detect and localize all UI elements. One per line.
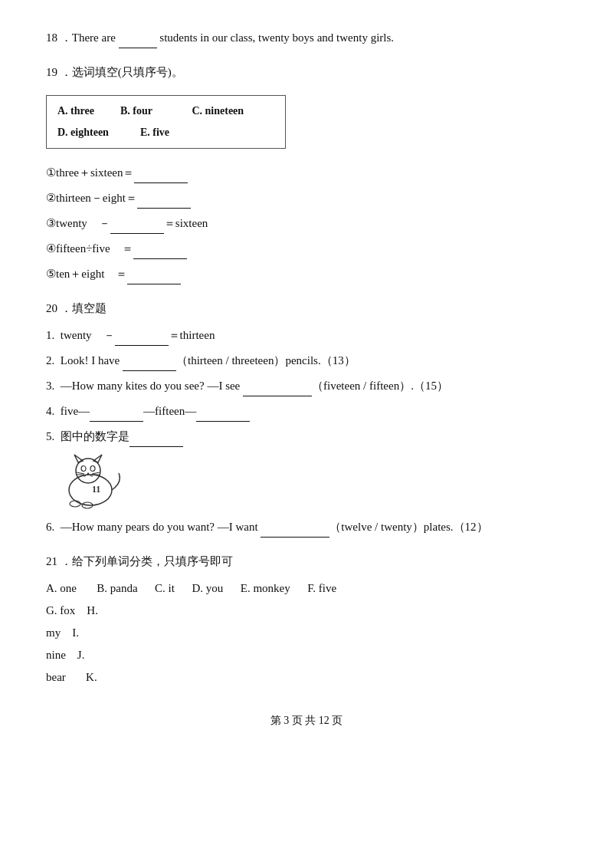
- q21-row2: G. fox H.: [46, 600, 567, 621]
- q20-title: 20 ．填空题: [46, 298, 567, 319]
- q20-item6: 6. —How many pears do you want? —I want …: [46, 517, 567, 538]
- q19-blank5: [127, 271, 181, 284]
- svg-point-5: [90, 466, 95, 472]
- wordbox-b: B. four: [120, 105, 152, 117]
- wordbox-row1: A. three B. four C. nineteen: [57, 100, 259, 122]
- question-18: 18 ．There are students in our class, twe…: [46, 28, 567, 48]
- footer-text: 第 3 页 共 12 页: [270, 715, 343, 726]
- wordbox-c: C. nineteen: [192, 105, 244, 117]
- q19-item2: ②thirteen－eight＝: [46, 188, 567, 209]
- wordbox-d: D. eighteen: [57, 127, 109, 138]
- svg-point-11: [70, 501, 80, 507]
- q18-text: 18 ．There are students in our class, twe…: [46, 28, 567, 48]
- q20-blank2: [123, 357, 176, 371]
- question-19: 19 ．选词填空(只填序号)。 A. three B. four C. nine…: [46, 62, 567, 284]
- q20-blank4: [90, 408, 143, 422]
- question-21: 21 ．给下列单词分类，只填序号即可 A. one B. panda C. it…: [46, 551, 567, 688]
- q19-blank4: [133, 245, 187, 259]
- q19-item3: ③twenty －＝sixteen: [46, 213, 567, 234]
- q21-row4: nine J.: [46, 645, 567, 666]
- q19-item1: ①three＋sixteen＝: [46, 163, 567, 183]
- q19-blank2: [137, 195, 191, 209]
- q20-item4: 4. five——fifteen—: [46, 401, 567, 422]
- cat-svg: 11: [54, 452, 123, 509]
- q21-row1: A. one B. panda C. it D. you E. monkey F…: [46, 578, 567, 599]
- q20-blank5: [196, 408, 250, 422]
- q20-item3: 3. —How many kites do you see? —I see （f…: [46, 376, 567, 396]
- q20-item2: 2. Look! I have （thirteen / threeteen）pe…: [46, 350, 567, 371]
- q19-blank3: [110, 220, 164, 234]
- q21-row3: my I.: [46, 623, 567, 643]
- wordbox-a: A. three: [57, 105, 94, 117]
- q20-item1: 1. twenty －＝thirteen: [46, 325, 567, 346]
- q19-blank1: [134, 169, 188, 183]
- svg-line-9: [92, 472, 100, 474]
- q20-blank1: [115, 332, 169, 346]
- q20-blank6: [129, 433, 183, 447]
- q21-title: 21 ．给下列单词分类，只填序号即可: [46, 551, 567, 572]
- wordbox-row2: D. eighteen E. five: [57, 122, 259, 143]
- q19-wordbox: A. three B. four C. nineteen D. eighteen…: [46, 95, 286, 149]
- svg-marker-6: [87, 472, 90, 475]
- q20-blank3: [243, 383, 312, 396]
- q21-row5: bear K.: [46, 667, 567, 688]
- q18-blank: [119, 35, 157, 48]
- q19-item4: ④fifteen÷five ＝: [46, 238, 567, 259]
- svg-marker-2: [74, 455, 83, 462]
- wordbox-e: E. five: [140, 127, 169, 138]
- q20-blank7: [261, 524, 329, 538]
- q19-item5: ⑤ten＋eight ＝: [46, 264, 567, 284]
- svg-point-4: [81, 466, 86, 472]
- svg-line-7: [77, 472, 84, 474]
- cat-image: 11: [54, 452, 123, 509]
- q19-title: 19 ．选词填空(只填序号)。: [46, 62, 567, 83]
- svg-text:11: 11: [92, 484, 100, 495]
- page-footer: 第 3 页 共 12 页: [46, 711, 567, 730]
- question-20: 20 ．填空题 1. twenty －＝thirteen 2. Look! I …: [46, 298, 567, 538]
- q20-item5: 5. 图中的数字是: [46, 426, 567, 447]
- svg-marker-3: [93, 455, 102, 462]
